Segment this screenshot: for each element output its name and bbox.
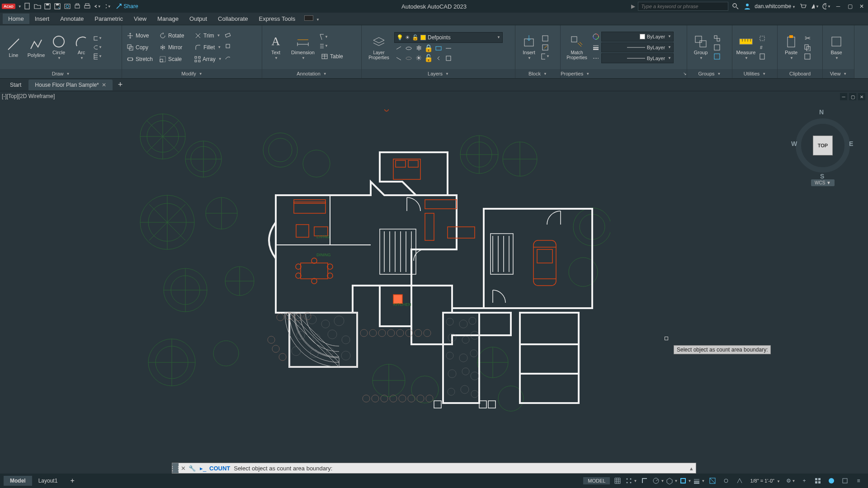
new-icon[interactable]	[24, 2, 32, 10]
open-icon[interactable]	[33, 2, 42, 10]
search-input[interactable]	[638, 2, 728, 11]
layer-dropdown[interactable]: 💡 ☀ 🔓 Defpoints ▼	[394, 32, 503, 43]
viewcube-east[interactable]: E	[849, 140, 853, 147]
paste-button[interactable]: Paste▼	[780, 28, 802, 66]
clip-copy-base-icon[interactable]	[803, 52, 812, 61]
properties-panel-title[interactable]: Properties ▼ ↘	[561, 69, 687, 78]
new-tab-button[interactable]: +	[113, 80, 127, 90]
trim-button[interactable]: Trim▼	[193, 30, 223, 42]
layout1-tab[interactable]: Layout1	[32, 476, 64, 486]
annotation-scale-icon[interactable]	[734, 475, 745, 486]
table-button[interactable]: Table	[319, 51, 346, 62]
modify-panel-title[interactable]: Modify ▼	[122, 69, 262, 78]
color-dropdown[interactable]: ByLayer▼	[601, 32, 674, 42]
layer-prev-icon[interactable]	[434, 54, 443, 63]
viewport-minimize-icon[interactable]: ─	[840, 93, 847, 100]
viewcube[interactable]: N S W E TOP WCS ▼	[791, 105, 854, 186]
view-panel-title[interactable]: View ▼	[823, 69, 854, 78]
start-tab[interactable]: Start	[4, 80, 28, 90]
autodesk-icon[interactable]: ▼	[810, 2, 819, 11]
scale-display[interactable]: 1/8" = 1'-0" ▼	[747, 478, 783, 483]
viewport-label[interactable]: [-][Top][2D Wireframe]	[2, 93, 55, 99]
linetype-dropdown[interactable]: ByLayer▼	[601, 53, 674, 63]
base-button[interactable]: Base▼	[826, 28, 847, 66]
maximize-button[interactable]: ▢	[845, 2, 854, 11]
cmdline-customize-icon[interactable]: 🔧	[188, 465, 197, 472]
tab-output[interactable]: Output	[184, 14, 212, 24]
user-name[interactable]: dan.whitcombe▼	[755, 3, 796, 9]
viewport-maximize-icon[interactable]: ▢	[849, 93, 856, 100]
osnap-icon[interactable]: ▼	[679, 475, 691, 486]
stretch-button[interactable]: Stretch	[125, 53, 157, 65]
array-button[interactable]: Array▼	[193, 53, 223, 65]
scale-button[interactable]: Scale	[157, 53, 193, 65]
selection-cycling-icon[interactable]	[720, 475, 732, 486]
layer-unlock-icon[interactable]: 🔓	[424, 54, 433, 63]
transparency-icon[interactable]	[707, 475, 718, 486]
viewcube-north[interactable]: N	[819, 108, 824, 116]
cmdline-close-icon[interactable]: ✕	[179, 465, 188, 472]
ellipse-icon[interactable]: ▼	[93, 43, 102, 52]
layer-properties-button[interactable]: Layer Properties	[364, 28, 393, 66]
layer-iso-icon[interactable]	[404, 44, 413, 53]
ungroup-icon[interactable]	[712, 34, 722, 43]
layer-uniso-icon[interactable]	[404, 54, 413, 63]
move-button[interactable]: Move	[125, 30, 157, 42]
annotation-panel-title[interactable]: Annotation ▼	[262, 69, 361, 78]
layer-lock-icon[interactable]: 🔒	[424, 44, 433, 53]
tab-parametric[interactable]: Parametric	[89, 14, 128, 24]
quickcalc-icon[interactable]	[758, 52, 767, 61]
mirror-button[interactable]: Mirror	[157, 42, 193, 53]
cmdline-drag-handle[interactable]: ⋮⋮	[172, 463, 179, 473]
lineweight-dropdown[interactable]: ByLayer▼	[601, 42, 674, 52]
measure-button[interactable]: Measure▼	[735, 28, 757, 66]
minimize-button[interactable]: ─	[834, 2, 843, 11]
offset-icon[interactable]	[223, 53, 232, 62]
isolate-objects-icon[interactable]	[839, 475, 851, 486]
rectangle-icon[interactable]: ▼	[93, 34, 102, 43]
leader-icon[interactable]: ▼	[319, 33, 328, 42]
polyline-button[interactable]: Polyline	[25, 28, 47, 66]
layer-freeze-icon[interactable]: ❄	[414, 44, 423, 53]
text-button[interactable]: AText▼	[265, 28, 287, 66]
insert-button[interactable]: Insert▼	[518, 28, 540, 66]
fillet-button[interactable]: Fillet▼	[193, 42, 223, 53]
erase-icon[interactable]	[223, 30, 232, 39]
tab-featured-apps[interactable]: ▼	[301, 14, 323, 24]
undo-icon[interactable]: ▼	[93, 2, 101, 10]
tab-view[interactable]: View	[128, 14, 152, 24]
count-icon[interactable]: #	[758, 43, 767, 52]
autoscale-add-icon[interactable]: +	[798, 475, 810, 486]
grid-icon[interactable]	[612, 475, 623, 486]
lineweight-display-icon[interactable]: ▼	[693, 475, 705, 486]
snap-icon[interactable]: ▼	[625, 475, 637, 486]
user-icon[interactable]	[743, 2, 752, 11]
workspace-icon[interactable]	[812, 475, 824, 486]
current-file-tab[interactable]: House Floor Plan Sample*✕	[28, 80, 112, 90]
edit-attr-icon[interactable]: ▼	[541, 52, 550, 61]
new-layout-button[interactable]: +	[64, 475, 80, 487]
cart-icon[interactable]	[798, 2, 807, 11]
redo-icon[interactable]: ▼	[103, 2, 111, 10]
layer-off-icon[interactable]	[394, 44, 403, 53]
draw-panel-title[interactable]: Draw ▼	[0, 69, 122, 78]
cmdline-history-icon[interactable]: ▴	[687, 465, 696, 472]
share-button[interactable]: Share	[116, 3, 138, 9]
layer-make-current-icon[interactable]	[434, 44, 443, 53]
clip-copy-icon[interactable]	[803, 43, 812, 52]
copy-button[interactable]: Copy	[125, 42, 157, 53]
drawing-viewport[interactable]: [-][Top][2D Wireframe] ─ ▢ ✕ N S W E TOP…	[0, 91, 868, 459]
layer-thaw-icon[interactable]: ☀	[414, 54, 423, 63]
tab-manage[interactable]: Manage	[152, 14, 184, 24]
rotate-button[interactable]: Rotate	[157, 30, 193, 42]
hatch-icon[interactable]: ▼	[93, 52, 102, 61]
model-space-indicator[interactable]: MODEL	[583, 477, 610, 484]
app-menu-dropdown[interactable]: ▼	[18, 5, 22, 9]
match-properties-button[interactable]: Match Properties	[563, 28, 590, 66]
tab-express-tools[interactable]: Express Tools	[254, 14, 301, 24]
hardware-accel-icon[interactable]	[826, 475, 837, 486]
help-icon[interactable]: ?▼	[822, 2, 831, 11]
search-icon[interactable]	[731, 2, 740, 11]
cut-icon[interactable]: ✂	[803, 34, 812, 43]
viewcube-west[interactable]: W	[791, 140, 797, 147]
